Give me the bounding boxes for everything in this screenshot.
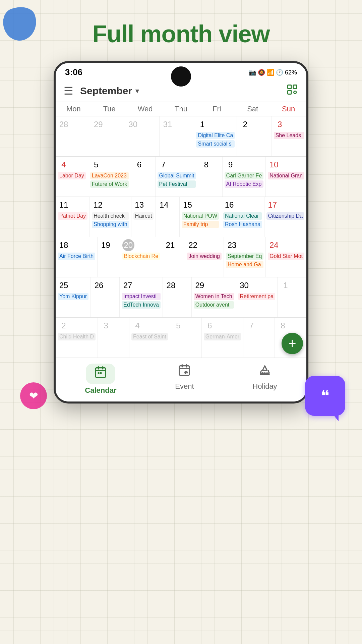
event-national-clean[interactable]: National Clear (223, 212, 262, 220)
calendar-cell-oct3[interactable]: 3 (98, 318, 129, 358)
event-outdoor[interactable]: Outdoor avent (194, 301, 234, 309)
event-women-tech[interactable]: Women in Tech (194, 293, 234, 300)
calendar-cell-sep8[interactable]: 8 (198, 157, 222, 197)
calendar-cell-29-prev[interactable]: 29 (90, 116, 125, 156)
event-citizenship-day[interactable]: Citizenship Da (266, 212, 304, 220)
calendar-cell-sep29[interactable]: 29 Women in Tech Outdoor avent (192, 277, 236, 317)
nav-calendar[interactable]: Calendar (85, 364, 116, 395)
event-nav-icon (178, 364, 191, 380)
calendar-cell-oct1[interactable]: 1 (278, 277, 306, 317)
calendar-cell-sep11[interactable]: 11 Patriot Day (56, 197, 90, 237)
event-gold-star[interactable]: Gold Star Mot (268, 253, 304, 260)
calendar-cell-sep20[interactable]: 20 Blockchain Re (120, 237, 162, 277)
calendar-cell-sep12[interactable]: 12 Health check Shopping with (90, 197, 131, 237)
settings-icon[interactable] (286, 84, 298, 98)
calendar-cell-sep4[interactable]: 4 Labor Day (56, 157, 88, 197)
calendar-cell-sep22[interactable]: 22 Join wedding (185, 237, 224, 277)
phone-frame: 3:06 📷 🔕 📶 🕐 62% ☰ September ▾ Mon Tue W… (54, 61, 308, 404)
calendar-week-1: 28 29 30 31 1 Digital Elite Ca Smart soc… (56, 116, 306, 157)
event-child-health[interactable]: Child Health D (58, 333, 96, 340)
calendar-cell-sep3[interactable]: 3 She Leads (272, 116, 306, 156)
event-september-eq[interactable]: September Eq (226, 253, 263, 260)
event-carl-garner[interactable]: Carl Garner Fe (225, 172, 264, 179)
event-lavacon[interactable]: LavaCon 2023 (90, 172, 129, 179)
calendar-cell-sep7[interactable]: 7 Global Summit Pet Festival (156, 157, 198, 197)
event-yom-kippur[interactable]: Yom Kippur (58, 293, 88, 300)
calendar-cell-30-prev[interactable]: 30 (125, 116, 160, 156)
event-digital-elite[interactable]: Digital Elite Ca (196, 132, 235, 139)
calendar-cell-oct4[interactable]: 4 Feast of Saint (129, 318, 170, 358)
calendar-cell-oct2[interactable]: 2 Child Health D (56, 318, 98, 358)
event-pet-festival[interactable]: Pet Festival (158, 180, 196, 188)
event-global-summit[interactable]: Global Summit (158, 172, 196, 179)
page-title: Full month view (0, 0, 362, 61)
calendar-cell-sep26[interactable]: 26 (91, 277, 120, 317)
day-header-thu: Thu (163, 105, 199, 113)
calendar-cell-sep24[interactable]: 24 Gold Star Mot (266, 237, 306, 277)
calendar-week-2: 4 Labor Day 5 LavaCon 2023 Future of Wor… (56, 157, 306, 197)
day-header-tue: Tue (92, 105, 127, 113)
status-time: 3:06 (65, 67, 82, 77)
event-national-gran[interactable]: National Gran (268, 172, 304, 179)
calendar-cell-31-prev[interactable]: 31 (160, 116, 194, 156)
svg-rect-5 (98, 372, 100, 374)
day-header-wed: Wed (127, 105, 163, 113)
calendar-cell-sep6[interactable]: 6 (131, 157, 155, 197)
calendar-cell-oct8[interactable]: 8 + (275, 318, 306, 358)
day-header-mon: Mon (56, 105, 92, 113)
event-air-force[interactable]: Air Force Birth (58, 253, 95, 260)
event-german-amer[interactable]: German-Amer (204, 333, 241, 340)
calendar-cell-sep5[interactable]: 5 LavaCon 2023 Future of Work (88, 157, 131, 197)
calendar-cell-sep30[interactable]: 30 Retirement pa (236, 277, 278, 317)
calendar-cell-sep2[interactable]: 2 (237, 116, 272, 156)
calendar-cell-sep25[interactable]: 25 Yom Kippur (56, 277, 91, 317)
fab-add-button[interactable]: + (282, 333, 303, 354)
calendar-cell-sep17[interactable]: 17 Citizenship Da (264, 197, 306, 237)
event-haircut[interactable]: Haircut (133, 212, 154, 220)
event-smart-social[interactable]: Smart social s (196, 140, 235, 148)
event-health-check[interactable]: Health check (92, 212, 129, 220)
event-retirement[interactable]: Retirement pa (238, 293, 276, 300)
calendar-cell-sep23[interactable]: 23 September Eq Home and Ga (224, 237, 266, 277)
nav-holiday-label: Holiday (252, 382, 277, 391)
calendar-cell-sep1[interactable]: 1 Digital Elite Ca Smart social s (194, 116, 237, 156)
status-icons: 📷 🔕 📶 🕐 62% (249, 69, 297, 76)
calendar-cell-sep10[interactable]: 10 National Gran (266, 157, 306, 197)
calendar-cell-sep14[interactable]: 14 (156, 197, 179, 237)
calendar-cell-sep13[interactable]: 13 Haircut (131, 197, 156, 237)
event-national-pow[interactable]: National POW (182, 212, 219, 220)
calendar-cell-sep21[interactable]: 21 (162, 237, 185, 277)
calendar-cell-oct7[interactable]: 7 (243, 318, 275, 358)
calendar-cell-sep9[interactable]: 9 Carl Garner Fe AI Robotic Exp (223, 157, 266, 197)
calendar-cell-oct6[interactable]: 6 German-Amer (202, 318, 243, 358)
calendar-cell-sep16[interactable]: 16 National Clear Rosh Hashana (221, 197, 264, 237)
event-edtech[interactable]: EdTech Innova (122, 301, 161, 309)
calendar-cell-oct5[interactable]: 5 (170, 318, 202, 358)
event-family-trip[interactable]: Family trip (182, 221, 219, 228)
calendar-cell-sep27[interactable]: 27 Impact Investi EdTech Innova (120, 277, 163, 317)
svg-rect-0 (288, 85, 292, 89)
event-ai-robotic[interactable]: AI Robotic Exp (225, 180, 264, 188)
nav-holiday[interactable]: Holiday (252, 364, 277, 395)
event-labor-day[interactable]: Labor Day (58, 172, 86, 179)
calendar-cell-sep19[interactable]: 19 (98, 237, 120, 277)
calendar-nav-icon (94, 368, 107, 382)
event-patriot-day[interactable]: Patriot Day (58, 212, 87, 220)
month-selector[interactable]: September ▾ (80, 85, 139, 97)
quote-bubble-decoration: ❝ (305, 376, 345, 416)
event-home-garden[interactable]: Home and Ga (226, 261, 263, 268)
event-future-work[interactable]: Future of Work (90, 180, 129, 188)
event-shopping[interactable]: Shopping with (92, 221, 129, 228)
hamburger-icon[interactable]: ☰ (64, 85, 73, 97)
event-feast-saint[interactable]: Feast of Saint (131, 333, 168, 340)
event-she-leads[interactable]: She Leads (274, 132, 304, 139)
calendar-cell-sep18[interactable]: 18 Air Force Birth (56, 237, 98, 277)
calendar-cell-28-prev[interactable]: 28 (56, 116, 90, 156)
calendar-cell-sep28[interactable]: 28 (163, 277, 192, 317)
event-impact-invest[interactable]: Impact Investi (122, 293, 161, 300)
nav-event[interactable]: Event (175, 364, 194, 395)
event-blockchain[interactable]: Blockchain Re (122, 253, 160, 260)
calendar-cell-sep15[interactable]: 15 National POW Family trip (180, 197, 221, 237)
event-rosh-hashana[interactable]: Rosh Hashana (223, 221, 262, 228)
event-join-wedding[interactable]: Join wedding (187, 253, 222, 260)
